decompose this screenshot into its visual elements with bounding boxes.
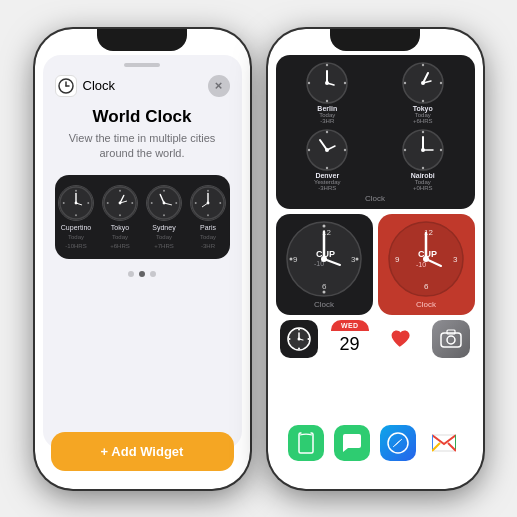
- red-clock-label: Clock: [416, 300, 436, 309]
- svg-point-39: [344, 81, 346, 83]
- signal-icon: ▪▪▪: [422, 42, 432, 52]
- svg-point-8: [75, 215, 77, 217]
- wifi-icon: WiFi: [436, 42, 454, 52]
- widgets-area: Berlin Today -3HR: [276, 55, 475, 378]
- nairobi-offset: +0HRS: [413, 185, 433, 191]
- clock-face-tokyo: [102, 185, 138, 221]
- widget-nairobi: Nairobi Today +0HRS: [377, 128, 469, 191]
- svg-point-23: [163, 190, 165, 192]
- svg-point-38: [308, 81, 310, 83]
- calendar-app-name: Calendar: [335, 360, 363, 367]
- svg-point-101: [447, 336, 455, 344]
- svg-point-45: [422, 99, 424, 101]
- svg-point-15: [119, 190, 121, 192]
- svg-text:6: 6: [322, 282, 327, 291]
- svg-point-95: [288, 338, 290, 340]
- notch-right: [330, 29, 420, 51]
- page-dot-active: [353, 371, 358, 376]
- svg-point-63: [440, 148, 442, 150]
- clock-face-paris: [190, 185, 226, 221]
- clock-face-sydney: [146, 185, 182, 221]
- calendar-month: WED: [331, 320, 369, 331]
- berlin-label: Berlin: [317, 105, 337, 112]
- svg-point-32: [207, 215, 209, 217]
- svg-point-90: [423, 256, 429, 262]
- left-screen: Clock × World Clock View the time in mul…: [35, 29, 250, 489]
- widget-sheet: Clock × World Clock View the time in mul…: [43, 55, 242, 449]
- svg-point-50: [421, 81, 425, 85]
- svg-point-66: [421, 148, 425, 152]
- calendar-app[interactable]: WED 29 Calendar: [326, 320, 373, 367]
- svg-point-52: [326, 130, 328, 132]
- svg-point-71: [356, 257, 359, 260]
- camera-app[interactable]: Camera: [428, 320, 475, 367]
- svg-point-53: [326, 166, 328, 168]
- close-button[interactable]: ×: [208, 75, 230, 97]
- left-iphone: Clock × World Clock View the time in mul…: [35, 29, 250, 489]
- svg-point-46: [404, 81, 406, 83]
- safari-dock-icon[interactable]: [380, 425, 416, 461]
- health-icon: [381, 320, 419, 358]
- svg-point-9: [63, 202, 65, 204]
- large-dark-clock-label: Clock: [314, 300, 334, 309]
- widget-denver: Denver Yesterday -3HRS: [282, 128, 374, 191]
- tokyo-offset: +6HRS: [413, 118, 433, 124]
- gmail-dock-icon[interactable]: [426, 425, 462, 461]
- svg-point-18: [131, 202, 133, 204]
- svg-marker-104: [393, 439, 402, 447]
- svg-point-62: [404, 148, 406, 150]
- widget-subtitle: View the time in multiple cities around …: [43, 131, 242, 162]
- calendar-day-num: 29: [331, 331, 369, 358]
- city-label-sydney: Sydney: [152, 224, 175, 231]
- clock-app-icon: [55, 75, 77, 97]
- main-container: Clock × World Clock View the time in mul…: [35, 29, 483, 489]
- dot-3: [150, 271, 156, 277]
- svg-point-94: [298, 347, 300, 349]
- app-name-label: Clock: [83, 78, 116, 93]
- denver-label: Denver: [315, 172, 339, 179]
- middle-row: 12 3 6 9 CUP -10: [276, 214, 475, 315]
- page-dots-left: [128, 271, 156, 277]
- messages-dock-icon[interactable]: [334, 425, 370, 461]
- widget-preview: Cupertino Today -10HRS: [55, 175, 230, 259]
- svg-point-37: [326, 99, 328, 101]
- city-label-paris: Paris: [200, 224, 216, 231]
- four-clock-widget: Berlin Today -3HR: [276, 55, 475, 209]
- denver-offset: -3HRS: [318, 185, 336, 191]
- page-dot-3: [373, 371, 378, 376]
- svg-rect-100: [441, 333, 461, 347]
- widget-tokyo: Tokyo Today +6HRS: [377, 61, 469, 124]
- clock-app-name: Clock: [290, 360, 308, 367]
- svg-point-93: [298, 328, 300, 330]
- widget-berlin: Berlin Today -3HR: [282, 61, 374, 124]
- svg-point-47: [440, 81, 442, 83]
- phone-dock-icon[interactable]: [288, 425, 324, 461]
- red-clock-widget: 12 3 6 9 CUP -10 Clock: [378, 214, 475, 315]
- svg-text:3: 3: [453, 255, 458, 264]
- svg-point-44: [422, 63, 424, 65]
- berlin-offset: -3HR: [320, 118, 334, 124]
- app-info: Clock: [55, 75, 116, 97]
- dot-2: [139, 271, 145, 277]
- svg-point-24: [163, 215, 165, 217]
- page-dot-2: [363, 371, 368, 376]
- svg-point-33: [195, 202, 197, 204]
- health-app[interactable]: Health: [377, 320, 424, 367]
- svg-text:9: 9: [395, 255, 400, 264]
- svg-point-96: [307, 338, 309, 340]
- right-screen: 11:22 ▪▪▪ WiFi ▮: [268, 29, 483, 489]
- svg-point-25: [151, 202, 153, 204]
- clock-grid-2x2: Berlin Today -3HR: [282, 61, 469, 191]
- svg-point-42: [325, 81, 329, 85]
- health-app-name: Health: [390, 360, 410, 367]
- svg-point-31: [207, 190, 209, 192]
- city-label-tokyo: Tokyo: [111, 224, 129, 231]
- clock-sydney: Sydney Today +7HRS: [146, 185, 182, 249]
- clock-app[interactable]: Clock: [276, 320, 323, 367]
- svg-point-60: [422, 130, 424, 132]
- add-widget-button[interactable]: Add Widget: [51, 432, 234, 471]
- svg-text:6: 6: [424, 282, 429, 291]
- large-dark-clock: 12 3 6 9 CUP -10: [276, 214, 373, 315]
- dot-1: [128, 271, 134, 277]
- clock-tokyo: Tokyo Today +6HRS: [102, 185, 138, 249]
